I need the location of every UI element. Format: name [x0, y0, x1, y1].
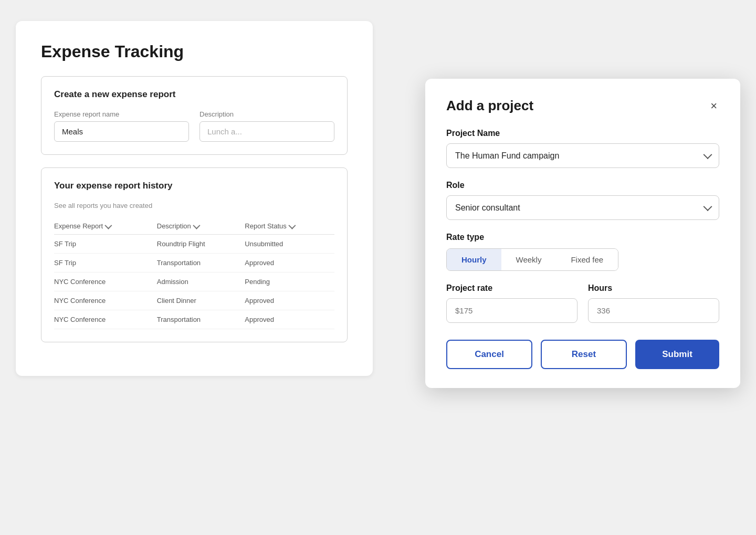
page-wrapper: Expense Tracking Create a new expense re… — [16, 21, 740, 515]
cell-status: Unsubmitted — [245, 235, 334, 254]
rate-btn-hourly[interactable]: Hourly — [447, 249, 501, 270]
cell-status: Pending — [245, 272, 334, 291]
col-header-status[interactable]: Report Status — [245, 218, 334, 235]
modal-header: Add a project × — [446, 98, 719, 114]
table-row: SF Trip Roundtrip Flight Unsubmitted — [54, 235, 334, 254]
hours-label: Hours — [588, 284, 719, 293]
cell-status: Approved — [245, 310, 334, 329]
rate-btn-fixed[interactable]: Fixed fee — [556, 249, 618, 270]
expense-desc-input[interactable] — [200, 121, 334, 142]
hours-input[interactable] — [588, 298, 719, 323]
modal-title: Add a project — [446, 98, 533, 114]
sort-icon-status — [288, 222, 296, 229]
main-content: Expense Tracking Create a new expense re… — [16, 21, 373, 376]
sort-icon-report — [105, 222, 112, 229]
page-title: Expense Tracking — [41, 42, 348, 61]
close-button[interactable]: × — [708, 98, 719, 114]
history-section-title: Your expense report history — [54, 181, 334, 191]
modal-footer: Cancel Reset Submit — [446, 340, 719, 369]
create-form-row: Expense report name Description — [54, 110, 334, 142]
rate-type-group: Hourly Weekly Fixed fee — [446, 248, 618, 271]
hours-field: Hours — [588, 284, 719, 323]
rate-hours-row: Project rate Hours — [446, 284, 719, 323]
role-label: Role — [446, 181, 719, 190]
role-wrapper: Senior consultant — [446, 195, 719, 220]
cell-report: NYC Conference — [54, 310, 157, 329]
add-project-modal: Add a project × Project Name The Human F… — [425, 79, 740, 388]
role-select[interactable]: Senior consultant — [446, 195, 719, 220]
history-subtitle: See all reports you have created — [54, 202, 334, 209]
cancel-button[interactable]: Cancel — [446, 340, 532, 369]
table-row: NYC Conference Transportation Approved — [54, 310, 334, 329]
expense-table: Expense Report Description — [54, 218, 334, 329]
cell-description: Admission — [157, 272, 245, 291]
project-rate-input[interactable] — [446, 298, 578, 323]
rate-type-label: Rate type — [446, 233, 719, 242]
table-row: NYC Conference Client Dinner Approved — [54, 291, 334, 310]
create-expense-section: Create a new expense report Expense repo… — [41, 76, 348, 155]
col-header-description[interactable]: Description — [157, 218, 245, 235]
rate-btn-weekly[interactable]: Weekly — [501, 249, 556, 270]
cell-report: SF Trip — [54, 235, 157, 254]
cell-status: Approved — [245, 254, 334, 272]
cell-status: Approved — [245, 291, 334, 310]
expense-name-group: Expense report name — [54, 110, 189, 142]
project-name-select[interactable]: The Human Fund campaign — [446, 143, 719, 168]
table-row: NYC Conference Admission Pending — [54, 272, 334, 291]
project-rate-field: Project rate — [446, 284, 578, 323]
project-name-wrapper: The Human Fund campaign — [446, 143, 719, 168]
col-header-report[interactable]: Expense Report — [54, 218, 157, 235]
cell-description: Transportation — [157, 310, 245, 329]
project-name-label: Project Name — [446, 129, 719, 138]
expense-name-input[interactable] — [54, 121, 189, 142]
history-section: Your expense report history See all repo… — [41, 167, 348, 342]
create-section-title: Create a new expense report — [54, 89, 334, 100]
expense-name-label: Expense report name — [54, 110, 189, 118]
cell-description: Roundtrip Flight — [157, 235, 245, 254]
cell-report: NYC Conference — [54, 272, 157, 291]
cell-report: NYC Conference — [54, 291, 157, 310]
expense-desc-group: Description — [200, 110, 334, 142]
cell-report: SF Trip — [54, 254, 157, 272]
project-rate-label: Project rate — [446, 284, 578, 293]
cell-description: Client Dinner — [157, 291, 245, 310]
reset-button[interactable]: Reset — [541, 340, 627, 369]
sort-icon-description — [193, 222, 200, 229]
submit-button[interactable]: Submit — [635, 340, 719, 369]
cell-description: Transportation — [157, 254, 245, 272]
table-row: SF Trip Transportation Approved — [54, 254, 334, 272]
expense-desc-label: Description — [200, 110, 334, 118]
